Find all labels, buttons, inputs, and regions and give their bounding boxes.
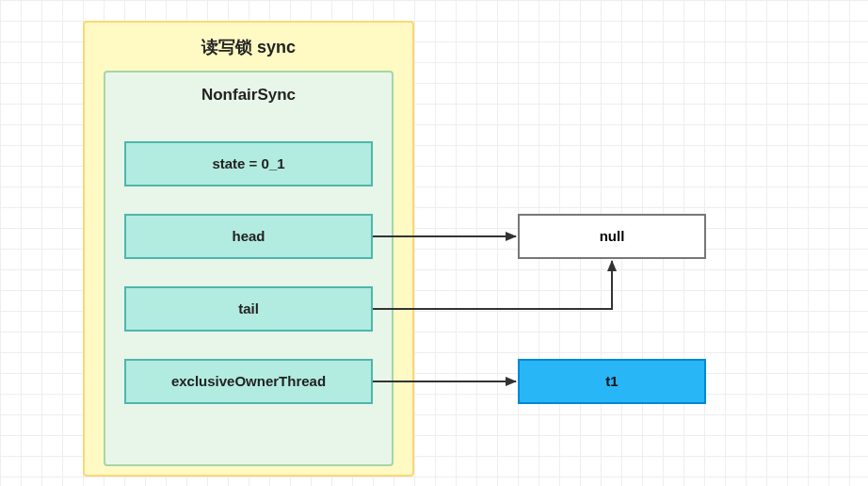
- field-state: state = 0_1: [124, 141, 373, 186]
- sync-title: 读写锁 sync: [85, 23, 412, 68]
- field-exclusive-owner-thread: exclusiveOwnerThread: [124, 359, 373, 404]
- nonfairsync-container: NonfairSync: [104, 71, 394, 466]
- field-head: head: [124, 214, 373, 259]
- field-tail: tail: [124, 286, 373, 332]
- node-t1: t1: [518, 359, 706, 404]
- node-null: null: [518, 214, 706, 259]
- diagram-root: 读写锁 sync NonfairSync state = 0_1 head ta…: [0, 0, 868, 486]
- nonfairsync-title: NonfairSync: [105, 73, 392, 114]
